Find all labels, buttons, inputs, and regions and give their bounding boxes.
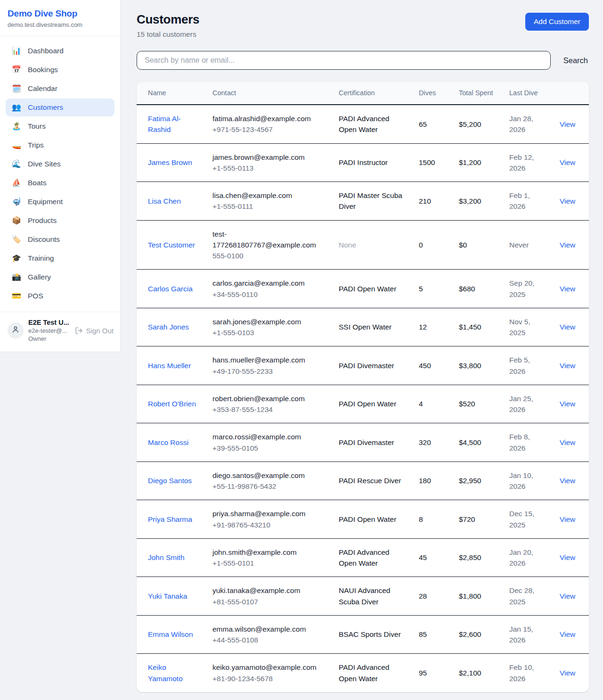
customer-name-link[interactable]: Test Customer [148,241,195,249]
view-link[interactable]: View [560,285,575,293]
customer-name-link[interactable]: Keiko Yamamoto [148,663,183,682]
customer-view-cell: View [552,385,589,423]
sidebar-item-gallery[interactable]: 📸Gallery [6,268,114,286]
customer-certification: PADI Open Water [331,385,411,423]
view-link[interactable]: View [560,323,575,331]
view-link[interactable]: View [560,120,575,128]
table-row: Marco Rossimarco.rossi@example.com+39-55… [137,423,589,462]
user-name: E2E Test U... [28,319,70,326]
view-link[interactable]: View [560,515,575,523]
customer-name-link[interactable]: Hans Mueller [148,362,191,370]
customer-contact-cell: yuki.tanaka@example.com+81-555-0107 [205,577,331,616]
bookings-icon: 📅 [11,66,22,74]
sidebar-item-products[interactable]: 📦Products [6,212,114,230]
customer-name-cell: Test Customer [137,220,205,270]
view-link[interactable]: View [560,669,575,677]
customer-name-link[interactable]: Priya Sharma [148,515,192,523]
column-header-name: Name [137,82,205,105]
customer-name-link[interactable]: Diego Santos [148,477,192,485]
customer-name-link[interactable]: Lisa Chen [148,197,181,205]
view-link[interactable]: View [560,362,575,370]
customer-dives: 4 [411,385,451,423]
view-link[interactable]: View [560,241,575,249]
view-link[interactable]: View [560,553,575,561]
view-link[interactable]: View [560,158,575,166]
customer-total-spent: $5,200 [451,105,502,143]
view-link[interactable]: View [560,400,575,408]
customer-dives: 12 [411,308,451,346]
customer-name-link[interactable]: John Smith [148,553,185,561]
search-input[interactable] [137,51,551,70]
customer-view-cell: View [552,143,589,182]
customer-dives: 85 [411,615,451,654]
customer-certification: PADI Rescue Diver [331,461,411,500]
view-link[interactable]: View [560,197,575,205]
customer-phone: +971-55-123-4567 [212,124,324,135]
sidebar-item-label: Calendar [28,84,57,93]
customer-certification: PADI Divemaster [331,346,411,385]
sidebar-item-pos[interactable]: 💳POS [6,287,114,305]
sidebar-item-dashboard[interactable]: 📊Dashboard [6,42,114,60]
customer-view-cell: View [552,538,589,577]
sidebar-item-customers[interactable]: 👥Customers [6,99,114,116]
customer-name-link[interactable]: Yuki Tanaka [148,592,187,600]
view-link[interactable]: View [560,630,575,638]
sidebar-item-tours[interactable]: 🏝️Tours [6,117,114,135]
sidebar-item-training[interactable]: 🎓Training [6,249,114,267]
customer-total-spent: $680 [451,270,502,308]
customer-name-link[interactable]: Marco Rossi [148,438,188,446]
calendar-icon: 🗓️ [11,85,22,92]
customer-last-dive: Feb 1, 2026 [502,182,552,221]
customer-email: robert.obrien@example.com [212,393,324,404]
customer-name-link[interactable]: James Brown [148,158,192,166]
customer-last-dive: Feb 8, 2026 [502,423,552,462]
customer-total-spent: $520 [451,385,502,423]
view-link[interactable]: View [560,477,575,485]
sidebar-item-trips[interactable]: 🚤Trips [6,136,114,154]
column-header-total-spent: Total Spent [451,82,502,105]
sidebar-item-bookings[interactable]: 📅Bookings [6,61,114,79]
customer-name-link[interactable]: Carlos Garcia [148,285,193,293]
sidebar-item-label: POS [28,292,43,300]
shop-name[interactable]: Demo Dive Shop [8,8,113,19]
customers-table: NameContactCertificationDivesTotal Spent… [137,82,589,692]
customer-name-link[interactable]: Sarah Jones [148,323,189,331]
customer-name-cell: Marco Rossi [137,423,205,462]
customer-count: 15 total customers [137,30,199,39]
add-customer-button[interactable]: Add Customer [525,13,589,31]
customer-total-spent: $2,100 [451,654,502,692]
customer-email: diego.santos@example.com [212,470,324,481]
search-button[interactable]: Search [562,54,589,67]
customer-total-spent: $1,200 [451,143,502,182]
customer-contact-cell: test-1772681807767@example.com555-0100 [205,220,331,270]
sidebar-item-calendar[interactable]: 🗓️Calendar [6,80,114,98]
customer-phone: +1-555-0111 [212,201,324,212]
sidebar-item-equipment[interactable]: 🤿Equipment [6,193,114,211]
customer-name-link[interactable]: Emma Wilson [148,630,193,638]
customer-dives: 65 [411,105,451,143]
customer-last-dive: Sep 20, 2025 [502,270,552,308]
sidebar-item-discounts[interactable]: 🏷️Discounts [6,231,114,248]
customer-contact-cell: sarah.jones@example.com+1-555-0103 [205,308,331,346]
customer-name-cell: Diego Santos [137,461,205,500]
table-row: Hans Muellerhans.mueller@example.com+49-… [137,346,589,385]
customer-phone: +81-555-0107 [212,596,324,607]
gallery-icon: 📸 [11,273,22,281]
customer-certification: SSI Open Water [331,308,411,346]
customer-email: john.smith@example.com [212,547,324,558]
customer-last-dive: Jan 20, 2026 [502,538,552,577]
customer-certification: PADI Advanced Open Water [331,538,411,577]
sign-out-button[interactable]: Sign Out [75,327,114,335]
sidebar-item-boats[interactable]: ⛵Boats [6,174,114,192]
customer-last-dive: Jan 15, 2026 [502,615,552,654]
table-row: Emma Wilsonemma.wilson@example.com+44-55… [137,615,589,654]
view-link[interactable]: View [560,592,575,600]
view-link[interactable]: View [560,438,575,446]
customer-name-link[interactable]: Fatima Al-Rashid [148,115,181,133]
table-row: Diego Santosdiego.santos@example.com+55-… [137,461,589,500]
sidebar-item-label: Tours [28,122,46,131]
customer-phone: +55-11-99876-5432 [212,481,324,492]
customer-email: lisa.chen@example.com [212,190,324,201]
sidebar-item-dive-sites[interactable]: 🌊Dive Sites [6,155,114,173]
customer-name-link[interactable]: Robert O'Brien [148,400,196,408]
